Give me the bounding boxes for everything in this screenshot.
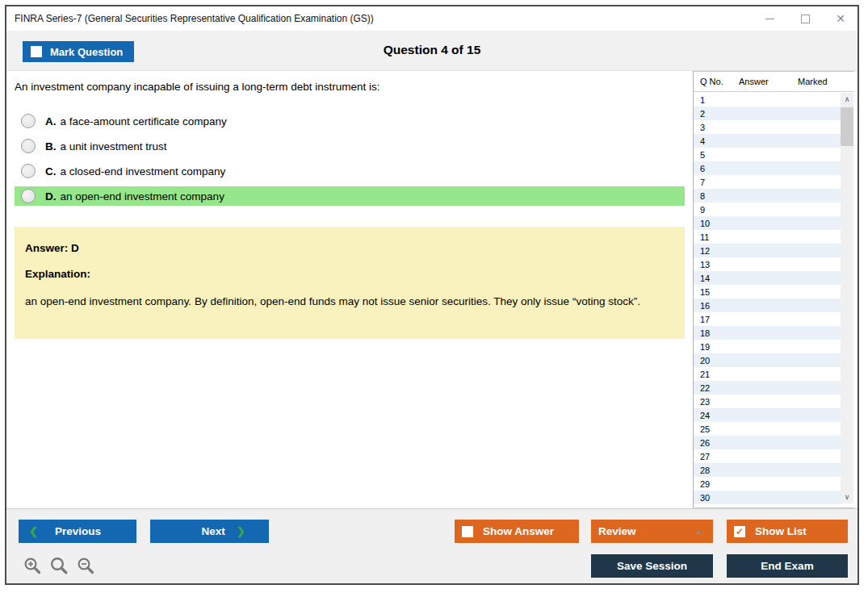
radio-button[interactable] (21, 164, 36, 178)
question-list-row[interactable]: 4 (694, 134, 841, 148)
question-list-row[interactable]: 12 (694, 244, 841, 257)
magnifier-minus-icon (76, 556, 97, 577)
radio-button[interactable] (21, 114, 36, 128)
save-session-label: Save Session (617, 560, 687, 572)
question-list-scrollbar[interactable]: ∧ ∨ (841, 93, 853, 503)
question-list-row[interactable]: 24 (694, 408, 841, 422)
option-letter: D. (45, 190, 57, 203)
magnifier-icon (49, 556, 70, 577)
question-list-row[interactable]: 6 (694, 161, 841, 175)
next-label: Next (201, 525, 224, 537)
option-letter: B. (45, 140, 57, 152)
question-text: An investment company incapable of issui… (15, 81, 379, 93)
cell-qno: 22 (694, 383, 739, 393)
zoom-reset-button[interactable] (49, 556, 70, 577)
app-window: FINRA Series-7 (General Securities Repre… (5, 5, 859, 585)
save-session-button[interactable]: Save Session (591, 554, 713, 578)
cell-qno: 2 (694, 109, 739, 119)
option-text: an open-end investment company (61, 190, 224, 203)
show-answer-button[interactable]: ✓ Show Answer (455, 520, 579, 543)
question-list-row[interactable]: 26 (694, 436, 841, 449)
column-header-qno: Q No. (694, 77, 739, 86)
question-list-row[interactable]: 19 (694, 340, 841, 353)
cell-qno: 18 (694, 328, 739, 338)
question-list-row[interactable]: 21 (694, 367, 841, 381)
question-list-row[interactable]: 14 (694, 271, 841, 285)
question-list-row[interactable]: 2 (694, 106, 841, 120)
scroll-up-icon[interactable]: ∧ (841, 93, 853, 106)
zoom-out-button[interactable] (76, 556, 97, 577)
show-answer-checkbox[interactable]: ✓ (462, 526, 473, 537)
radio-button[interactable] (21, 139, 36, 153)
question-list-row[interactable]: 16 (694, 299, 841, 312)
magnifier-plus-icon (23, 556, 44, 577)
question-list-row[interactable]: 5 (694, 148, 841, 161)
options-list: A. a face-amount certificate company B. … (15, 111, 685, 211)
cell-qno: 8 (694, 191, 739, 201)
question-list-row[interactable]: 30 (694, 491, 841, 504)
cell-qno: 1 (694, 95, 739, 105)
question-list-row[interactable]: 28 (694, 463, 841, 477)
answer-panel: Answer: D Explanation: an open-end inves… (15, 227, 685, 339)
cell-qno: 23 (694, 397, 739, 407)
column-header-marked: Marked (798, 77, 854, 86)
answer-label: Answer: D (25, 242, 674, 254)
chevron-right-icon: ❯ (237, 526, 245, 537)
caret-up-icon: ▲ (695, 528, 703, 536)
question-list-row[interactable]: 9 (694, 203, 841, 216)
question-list-row[interactable]: 13 (694, 257, 841, 271)
previous-label: Previous (55, 525, 101, 537)
cell-qno: 16 (694, 301, 739, 311)
cell-qno: 28 (694, 466, 739, 475)
radio-button[interactable] (21, 189, 36, 203)
question-list-row[interactable]: 1 (694, 93, 841, 106)
scrollbar-thumb[interactable] (841, 107, 853, 146)
cell-qno: 12 (694, 246, 739, 256)
checkmark-icon: ✓ (736, 527, 744, 537)
question-list-row[interactable]: 23 (694, 395, 841, 408)
show-list-button[interactable]: ✓ Show List (727, 520, 848, 543)
title-bar: FINRA Series-7 (General Securities Repre… (6, 6, 858, 31)
close-button[interactable]: ✕ (835, 13, 846, 24)
question-list-row[interactable]: 17 (694, 312, 841, 326)
zoom-in-button[interactable] (23, 556, 44, 577)
end-exam-button[interactable]: End Exam (727, 554, 848, 578)
question-list-row[interactable]: 8 (694, 189, 841, 203)
maximize-button[interactable] (799, 13, 811, 24)
review-button[interactable]: Review ▲ (591, 520, 713, 543)
question-list-row[interactable]: 10 (694, 216, 841, 230)
cell-qno: 25 (694, 424, 739, 434)
answer-option[interactable]: B. a unit investment trust (15, 136, 685, 156)
question-list-header: Q No. Answer Marked (694, 72, 854, 92)
question-list-row[interactable]: 18 (694, 326, 841, 340)
explanation-label: Explanation: (25, 268, 674, 280)
cell-qno: 4 (694, 136, 739, 146)
option-text: a face-amount certificate company (61, 115, 227, 127)
question-list-row[interactable]: 22 (694, 381, 841, 395)
question-list-row[interactable]: 7 (694, 175, 841, 189)
previous-button[interactable]: ❮ Previous (19, 520, 136, 543)
question-list-row[interactable]: 3 (694, 120, 841, 134)
cell-qno: 13 (694, 260, 739, 269)
cell-qno: 17 (694, 315, 739, 324)
maximize-icon (801, 15, 810, 23)
header-band: ✓ Mark Question Question 4 of 15 (6, 31, 858, 71)
answer-option[interactable]: C. a closed-end investment company (15, 161, 685, 181)
question-list-row[interactable]: 25 (694, 422, 841, 436)
cell-qno: 19 (694, 342, 739, 352)
scroll-down-icon[interactable]: ∨ (841, 491, 853, 503)
zoom-controls (23, 556, 97, 577)
next-button[interactable]: Next ❯ (150, 520, 269, 543)
question-list-row[interactable]: 11 (694, 230, 841, 244)
cell-qno: 24 (694, 411, 739, 420)
question-list-row[interactable]: 27 (694, 449, 841, 463)
minimize-icon (765, 19, 774, 19)
show-list-checkbox[interactable]: ✓ (734, 526, 745, 537)
cell-qno: 29 (694, 479, 739, 489)
question-list-row[interactable]: 15 (694, 285, 841, 299)
question-list-row[interactable]: 29 (694, 477, 841, 491)
answer-option[interactable]: A. a face-amount certificate company (15, 111, 685, 131)
question-list-row[interactable]: 20 (694, 353, 841, 367)
minimize-button[interactable] (764, 13, 775, 24)
answer-option[interactable]: D. an open-end investment company (15, 186, 685, 206)
